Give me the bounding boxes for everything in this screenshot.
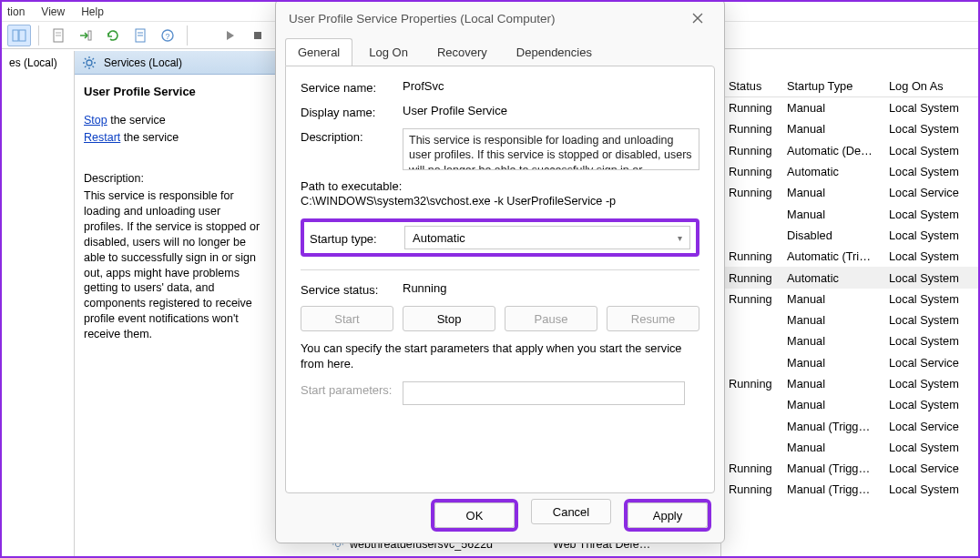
table-row[interactable]: RunningManualLocal System [721, 373, 978, 394]
grid-header-row: Status Startup Type Log On As [721, 75, 978, 97]
toolbar-window-icon[interactable] [7, 25, 31, 46]
services-header-label: Services (Local) [104, 56, 182, 69]
cell-status: Running [721, 249, 780, 263]
restart-link[interactable]: Restart [84, 131, 120, 144]
table-row[interactable]: ManualLocal System [721, 330, 978, 351]
description-box[interactable]: This service is responsible for loading … [403, 128, 699, 170]
ok-button[interactable]: OK [434, 502, 515, 528]
resume-button[interactable]: Resume [607, 306, 699, 331]
svg-line-23 [93, 58, 95, 60]
cell-startup: Manual (Trigg… [780, 482, 882, 496]
table-row[interactable]: ManualLocal Service [721, 352, 978, 373]
cell-status: Running [721, 144, 780, 157]
table-row[interactable]: RunningAutomatic (Tri…Local System [721, 246, 978, 267]
start-button[interactable]: Start [301, 306, 393, 331]
table-row[interactable]: RunningAutomatic (De…Local System [721, 140, 978, 161]
toolbar-page-icon[interactable] [46, 25, 70, 46]
detail-panel: User Profile Service Stop the service Re… [75, 75, 271, 556]
menu-help[interactable]: Help [81, 5, 104, 18]
cell-startup: Automatic [780, 271, 882, 285]
table-row[interactable]: RunningAutomaticLocal System [721, 161, 978, 182]
startup-type-value: Automatic [413, 231, 465, 245]
tab-panel-general: Service name: ProfSvc Display name: User… [285, 66, 715, 493]
table-row[interactable]: RunningManual (Trigg…Local Service [721, 458, 978, 479]
cell-logon: Local System [882, 165, 978, 178]
service-name-value: ProfSvc [403, 79, 699, 93]
service-name-label: Service name: [301, 79, 403, 95]
svg-line-20 [85, 58, 87, 60]
cell-status: Running [721, 122, 780, 136]
table-row[interactable]: RunningManualLocal System [721, 97, 978, 118]
close-button[interactable] [684, 5, 711, 31]
cell-startup: Manual [780, 122, 882, 136]
svg-rect-0 [13, 30, 18, 41]
toolbar-export-icon[interactable] [74, 25, 97, 46]
cell-startup: Manual [780, 334, 882, 348]
cell-status: Running [721, 165, 780, 178]
cell-logon: Local System [882, 144, 978, 157]
detail-service-name: User Profile Service [84, 84, 262, 100]
close-icon [692, 13, 703, 24]
table-row[interactable]: Manual (Trigg…Local Service [721, 415, 978, 436]
toolbar-refresh-icon[interactable] [101, 25, 125, 46]
ok-highlight: OK [431, 499, 518, 532]
tree-services-local[interactable]: es (Local) [5, 55, 70, 71]
description-label: Description: [301, 128, 403, 144]
table-row[interactable]: RunningAutomaticLocal System [721, 267, 978, 288]
table-row[interactable]: ManualLocal System [721, 437, 978, 458]
tab-dependencies[interactable]: Dependencies [504, 38, 605, 66]
table-row[interactable]: ManualLocal System [721, 203, 978, 224]
tab-general[interactable]: General [285, 38, 352, 66]
dialog-tabs: General Log On Recovery Dependencies [276, 38, 724, 66]
toolbar-help-icon[interactable]: ? [156, 25, 179, 46]
table-row[interactable]: RunningManualLocal System [721, 118, 978, 139]
cell-startup: Automatic [780, 165, 882, 178]
stop-link[interactable]: Stop [84, 114, 107, 127]
table-row[interactable]: RunningManualLocal Service [721, 182, 978, 203]
start-params-hint: You can specify the start parameters tha… [301, 340, 699, 372]
cancel-button[interactable]: Cancel [531, 499, 611, 524]
col-startup[interactable]: Startup Type [780, 79, 882, 93]
cell-startup: Automatic (Tri… [780, 249, 882, 263]
path-value: C:\WINDOWS\system32\svchost.exe -k UserP… [301, 195, 699, 208]
tab-recovery[interactable]: Recovery [424, 38, 500, 66]
table-row[interactable]: RunningManual (Trigg…Local System [721, 479, 978, 500]
menu-action[interactable]: tion [7, 5, 25, 18]
toolbar-stop-icon[interactable] [246, 25, 270, 46]
cell-startup: Disabled [780, 228, 882, 242]
menu-view[interactable]: View [41, 5, 65, 18]
cell-status: Running [721, 377, 780, 391]
display-name-label: Display name: [301, 104, 403, 119]
detail-desc-heading: Description: [84, 171, 262, 187]
cell-status: Running [721, 462, 780, 475]
cell-status: Running [721, 101, 780, 115]
toolbar-properties-icon[interactable] [128, 25, 152, 46]
tab-logon[interactable]: Log On [356, 38, 421, 66]
startup-type-label: Startup type: [310, 230, 404, 246]
cell-logon: Local System [882, 441, 978, 454]
start-params-input[interactable] [403, 381, 685, 405]
pause-button[interactable]: Pause [505, 306, 597, 331]
svg-rect-1 [19, 30, 26, 41]
svg-rect-11 [254, 32, 261, 39]
table-row[interactable]: DisabledLocal System [721, 225, 978, 246]
cell-startup: Manual [780, 186, 882, 199]
cell-logon: Local System [882, 377, 978, 391]
path-label: Path to executable: [301, 179, 699, 193]
startup-type-select[interactable]: Automatic ▾ [404, 226, 690, 249]
table-row[interactable]: ManualLocal System [721, 309, 978, 330]
toolbar-play-icon[interactable] [219, 25, 242, 46]
svg-rect-5 [88, 31, 91, 40]
stop-button[interactable]: Stop [403, 306, 495, 331]
cell-status: Running [721, 271, 780, 285]
table-row[interactable]: RunningManualLocal System [721, 289, 978, 309]
start-params-label: Start parameters: [301, 381, 403, 397]
col-status[interactable]: Status [721, 79, 780, 93]
cell-logon: Local System [882, 482, 978, 496]
table-row[interactable]: ManualLocal System [721, 394, 978, 415]
col-logon[interactable]: Log On As [882, 79, 978, 93]
apply-button[interactable]: Apply [628, 502, 708, 528]
cell-logon: Local System [882, 122, 978, 136]
apply-highlight: Apply [624, 499, 711, 532]
cell-startup: Manual (Trigg… [780, 420, 882, 433]
